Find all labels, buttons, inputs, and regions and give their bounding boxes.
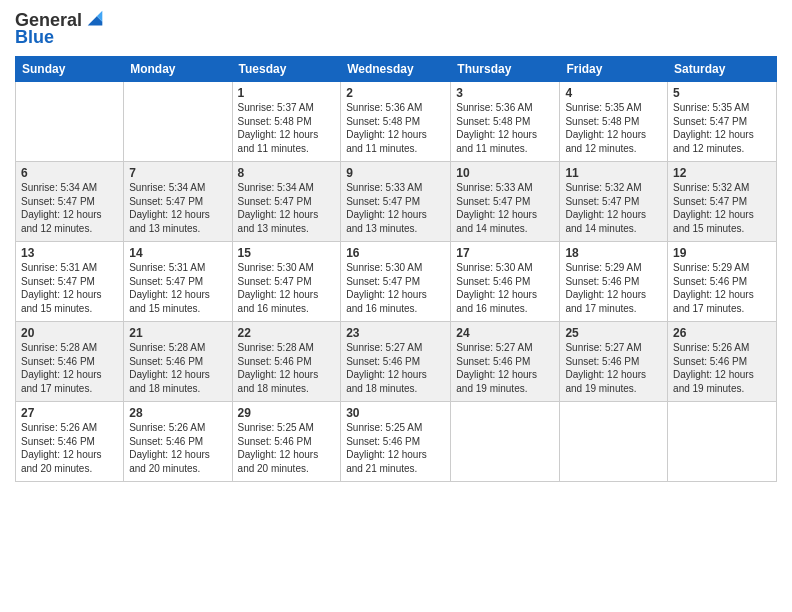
day-info: Sunrise: 5:33 AM Sunset: 5:47 PM Dayligh…: [346, 181, 445, 235]
day-info: Sunrise: 5:28 AM Sunset: 5:46 PM Dayligh…: [21, 341, 118, 395]
day-info: Sunrise: 5:32 AM Sunset: 5:47 PM Dayligh…: [565, 181, 662, 235]
day-info: Sunrise: 5:26 AM Sunset: 5:46 PM Dayligh…: [129, 421, 226, 475]
calendar-cell: 10Sunrise: 5:33 AM Sunset: 5:47 PM Dayli…: [451, 162, 560, 242]
day-number: 21: [129, 326, 226, 340]
day-info: Sunrise: 5:26 AM Sunset: 5:46 PM Dayligh…: [673, 341, 771, 395]
calendar-cell: 26Sunrise: 5:26 AM Sunset: 5:46 PM Dayli…: [668, 322, 777, 402]
day-info: Sunrise: 5:29 AM Sunset: 5:46 PM Dayligh…: [565, 261, 662, 315]
calendar-cell: 1Sunrise: 5:37 AM Sunset: 5:48 PM Daylig…: [232, 82, 341, 162]
day-info: Sunrise: 5:27 AM Sunset: 5:46 PM Dayligh…: [565, 341, 662, 395]
day-info: Sunrise: 5:34 AM Sunset: 5:47 PM Dayligh…: [21, 181, 118, 235]
calendar-cell: 16Sunrise: 5:30 AM Sunset: 5:47 PM Dayli…: [341, 242, 451, 322]
day-number: 30: [346, 406, 445, 420]
calendar-cell: 17Sunrise: 5:30 AM Sunset: 5:46 PM Dayli…: [451, 242, 560, 322]
calendar-cell: 29Sunrise: 5:25 AM Sunset: 5:46 PM Dayli…: [232, 402, 341, 482]
day-number: 24: [456, 326, 554, 340]
day-number: 19: [673, 246, 771, 260]
day-number: 29: [238, 406, 336, 420]
calendar-week-row: 27Sunrise: 5:26 AM Sunset: 5:46 PM Dayli…: [16, 402, 777, 482]
calendar-week-row: 13Sunrise: 5:31 AM Sunset: 5:47 PM Dayli…: [16, 242, 777, 322]
calendar-cell: [560, 402, 668, 482]
calendar-cell: [16, 82, 124, 162]
calendar-cell: 18Sunrise: 5:29 AM Sunset: 5:46 PM Dayli…: [560, 242, 668, 322]
day-number: 18: [565, 246, 662, 260]
day-info: Sunrise: 5:28 AM Sunset: 5:46 PM Dayligh…: [129, 341, 226, 395]
day-info: Sunrise: 5:34 AM Sunset: 5:47 PM Dayligh…: [129, 181, 226, 235]
calendar-cell: 20Sunrise: 5:28 AM Sunset: 5:46 PM Dayli…: [16, 322, 124, 402]
day-number: 2: [346, 86, 445, 100]
calendar-cell: 12Sunrise: 5:32 AM Sunset: 5:47 PM Dayli…: [668, 162, 777, 242]
day-info: Sunrise: 5:27 AM Sunset: 5:46 PM Dayligh…: [456, 341, 554, 395]
calendar-cell: 19Sunrise: 5:29 AM Sunset: 5:46 PM Dayli…: [668, 242, 777, 322]
calendar-cell: 5Sunrise: 5:35 AM Sunset: 5:47 PM Daylig…: [668, 82, 777, 162]
calendar-cell: 28Sunrise: 5:26 AM Sunset: 5:46 PM Dayli…: [124, 402, 232, 482]
weekday-header: Saturday: [668, 57, 777, 82]
day-number: 27: [21, 406, 118, 420]
calendar-week-row: 6Sunrise: 5:34 AM Sunset: 5:47 PM Daylig…: [16, 162, 777, 242]
calendar-table: SundayMondayTuesdayWednesdayThursdayFrid…: [15, 56, 777, 482]
day-info: Sunrise: 5:37 AM Sunset: 5:48 PM Dayligh…: [238, 101, 336, 155]
day-number: 15: [238, 246, 336, 260]
weekday-header: Sunday: [16, 57, 124, 82]
day-info: Sunrise: 5:25 AM Sunset: 5:46 PM Dayligh…: [238, 421, 336, 475]
day-number: 6: [21, 166, 118, 180]
calendar-cell: 30Sunrise: 5:25 AM Sunset: 5:46 PM Dayli…: [341, 402, 451, 482]
day-info: Sunrise: 5:25 AM Sunset: 5:46 PM Dayligh…: [346, 421, 445, 475]
day-info: Sunrise: 5:34 AM Sunset: 5:47 PM Dayligh…: [238, 181, 336, 235]
day-number: 26: [673, 326, 771, 340]
calendar-cell: 4Sunrise: 5:35 AM Sunset: 5:48 PM Daylig…: [560, 82, 668, 162]
calendar-cell: 27Sunrise: 5:26 AM Sunset: 5:46 PM Dayli…: [16, 402, 124, 482]
calendar-cell: 23Sunrise: 5:27 AM Sunset: 5:46 PM Dayli…: [341, 322, 451, 402]
calendar-cell: 15Sunrise: 5:30 AM Sunset: 5:47 PM Dayli…: [232, 242, 341, 322]
day-number: 12: [673, 166, 771, 180]
day-info: Sunrise: 5:26 AM Sunset: 5:46 PM Dayligh…: [21, 421, 118, 475]
calendar-cell: [668, 402, 777, 482]
day-number: 1: [238, 86, 336, 100]
day-info: Sunrise: 5:31 AM Sunset: 5:47 PM Dayligh…: [21, 261, 118, 315]
calendar-cell: 22Sunrise: 5:28 AM Sunset: 5:46 PM Dayli…: [232, 322, 341, 402]
weekday-header: Friday: [560, 57, 668, 82]
day-number: 4: [565, 86, 662, 100]
calendar-cell: 8Sunrise: 5:34 AM Sunset: 5:47 PM Daylig…: [232, 162, 341, 242]
calendar-cell: [451, 402, 560, 482]
day-info: Sunrise: 5:31 AM Sunset: 5:47 PM Dayligh…: [129, 261, 226, 315]
day-info: Sunrise: 5:32 AM Sunset: 5:47 PM Dayligh…: [673, 181, 771, 235]
calendar-cell: 7Sunrise: 5:34 AM Sunset: 5:47 PM Daylig…: [124, 162, 232, 242]
calendar-week-row: 20Sunrise: 5:28 AM Sunset: 5:46 PM Dayli…: [16, 322, 777, 402]
day-info: Sunrise: 5:27 AM Sunset: 5:46 PM Dayligh…: [346, 341, 445, 395]
logo: General Blue: [15, 10, 106, 48]
day-number: 16: [346, 246, 445, 260]
day-info: Sunrise: 5:35 AM Sunset: 5:47 PM Dayligh…: [673, 101, 771, 155]
page-header: General Blue: [15, 10, 777, 48]
calendar-cell: 25Sunrise: 5:27 AM Sunset: 5:46 PM Dayli…: [560, 322, 668, 402]
day-number: 9: [346, 166, 445, 180]
day-number: 8: [238, 166, 336, 180]
day-number: 5: [673, 86, 771, 100]
day-number: 14: [129, 246, 226, 260]
day-info: Sunrise: 5:33 AM Sunset: 5:47 PM Dayligh…: [456, 181, 554, 235]
weekday-header: Thursday: [451, 57, 560, 82]
day-number: 25: [565, 326, 662, 340]
day-info: Sunrise: 5:28 AM Sunset: 5:46 PM Dayligh…: [238, 341, 336, 395]
day-number: 10: [456, 166, 554, 180]
logo-icon: [84, 9, 106, 31]
day-number: 20: [21, 326, 118, 340]
day-info: Sunrise: 5:29 AM Sunset: 5:46 PM Dayligh…: [673, 261, 771, 315]
calendar-cell: 9Sunrise: 5:33 AM Sunset: 5:47 PM Daylig…: [341, 162, 451, 242]
weekday-header: Wednesday: [341, 57, 451, 82]
day-info: Sunrise: 5:30 AM Sunset: 5:47 PM Dayligh…: [238, 261, 336, 315]
weekday-header: Monday: [124, 57, 232, 82]
day-info: Sunrise: 5:36 AM Sunset: 5:48 PM Dayligh…: [346, 101, 445, 155]
calendar-cell: 2Sunrise: 5:36 AM Sunset: 5:48 PM Daylig…: [341, 82, 451, 162]
day-info: Sunrise: 5:35 AM Sunset: 5:48 PM Dayligh…: [565, 101, 662, 155]
day-number: 23: [346, 326, 445, 340]
calendar-cell: [124, 82, 232, 162]
weekday-header: Tuesday: [232, 57, 341, 82]
day-number: 28: [129, 406, 226, 420]
day-number: 17: [456, 246, 554, 260]
calendar-cell: 3Sunrise: 5:36 AM Sunset: 5:48 PM Daylig…: [451, 82, 560, 162]
day-info: Sunrise: 5:30 AM Sunset: 5:46 PM Dayligh…: [456, 261, 554, 315]
calendar-cell: 13Sunrise: 5:31 AM Sunset: 5:47 PM Dayli…: [16, 242, 124, 322]
calendar-cell: 21Sunrise: 5:28 AM Sunset: 5:46 PM Dayli…: [124, 322, 232, 402]
day-number: 11: [565, 166, 662, 180]
